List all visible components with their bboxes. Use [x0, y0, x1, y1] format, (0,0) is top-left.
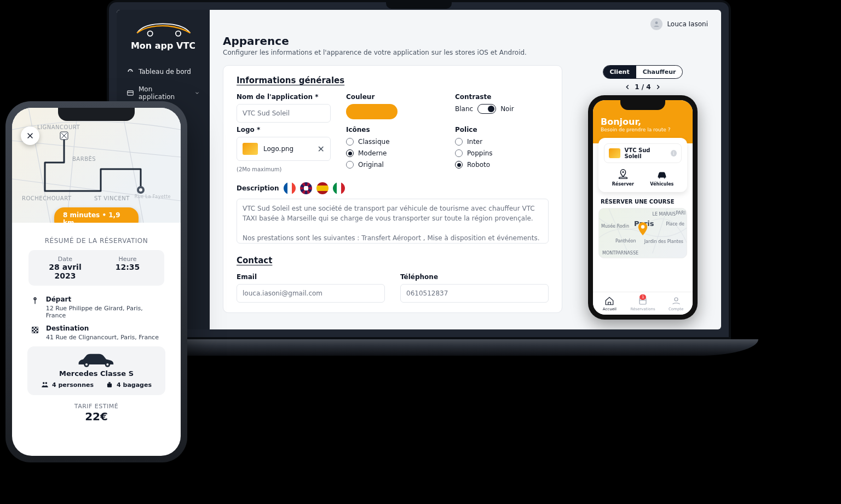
- pager-label: 1 / 4: [635, 83, 650, 91]
- page-title: Apparence: [223, 34, 708, 48]
- label-email: Email: [237, 273, 385, 281]
- color-swatch[interactable]: [346, 104, 398, 119]
- reservation-map[interactable]: LIGNANCOURT BARBÈS ROCHECHOUART ST VINCE…: [12, 108, 181, 223]
- departure-row: Départ 12 Rue Philippe de Girard, Paris,…: [30, 296, 163, 319]
- flag-uk-icon[interactable]: [300, 182, 312, 194]
- contrast-white-label: Blanc: [455, 105, 473, 113]
- sidebar-item-dashboard[interactable]: Tableau de bord: [120, 63, 206, 80]
- preview-phone-notch: [620, 100, 665, 110]
- info-icon[interactable]: i: [671, 150, 677, 157]
- preview-subgreeting: Besoin de prendre la route ?: [601, 127, 685, 132]
- svg-point-6: [641, 225, 644, 228]
- label-icons: Icônes: [346, 126, 440, 134]
- summary-heading: RÉSUMÉ DE LA RÉSERVATION: [23, 237, 170, 245]
- seg-driver[interactable]: Chauffeur: [636, 66, 683, 78]
- radio-font-inter[interactable]: Inter: [455, 138, 549, 146]
- svg-rect-19: [33, 328, 35, 330]
- svg-point-29: [43, 382, 45, 384]
- laptop-notch: [386, 2, 452, 9]
- sidebar-item-label: Mon application: [139, 85, 190, 101]
- input-app-name[interactable]: [237, 104, 331, 123]
- gauge-icon: [126, 68, 134, 76]
- user-name: Louca Iasoni: [667, 20, 708, 28]
- preview-phone: Bonjour, Besoin de prendre la route ? VT…: [588, 95, 698, 320]
- preview-brand-card: VTC Sud Soleil i Réserver: [598, 138, 687, 192]
- destination-flag-icon: [31, 326, 39, 334]
- preview-section-title: RÉSERVER UNE COURSE: [593, 192, 693, 205]
- seg-client[interactable]: Client: [603, 66, 636, 78]
- preview-action-vehicles[interactable]: Véhicules: [650, 169, 673, 187]
- svg-point-30: [45, 382, 48, 384]
- label-description: Description: [237, 184, 279, 192]
- preview-brand-name: VTC Sud Soleil: [625, 147, 666, 159]
- vehicle-name: Mercedes Classe S: [59, 369, 134, 378]
- radio-font-roboto[interactable]: Roboto: [455, 161, 549, 169]
- label-phone: Téléphone: [400, 273, 549, 281]
- car-icon: [656, 169, 668, 181]
- left-phone-mockup: LIGNANCOURT BARBÈS ROCHECHOUART ST VINCE…: [5, 101, 187, 462]
- radio-icons-classique[interactable]: Classique: [346, 138, 440, 146]
- contrast-toggle[interactable]: [477, 104, 496, 114]
- input-phone[interactable]: [400, 284, 549, 303]
- brand-name: Mon app VTC: [131, 40, 195, 51]
- preview-greeting: Bonjour,: [601, 117, 685, 127]
- tarif-heading: TARIF ESTIMÉ: [23, 403, 170, 410]
- svg-point-4: [655, 21, 658, 24]
- origin-pin-icon: [31, 297, 39, 305]
- segmented-control: Client Chauffeur: [603, 65, 683, 79]
- home-icon: [604, 296, 614, 306]
- preview-map[interactable]: Paris Musée Rodin Panthéon Place de Jard…: [598, 208, 687, 258]
- svg-rect-2: [128, 91, 134, 95]
- radio-font-poppins[interactable]: Poppins: [455, 149, 549, 157]
- passengers-icon: [41, 381, 49, 389]
- account-icon: [671, 296, 681, 306]
- label-logo: Logo *: [237, 126, 331, 134]
- car-silhouette-icon: [77, 351, 116, 368]
- flag-fr-icon[interactable]: [284, 182, 296, 194]
- brand-car-icon: [133, 20, 193, 38]
- section-info-title: Informations générales: [237, 76, 549, 85]
- textarea-description[interactable]: VTC Sud Soleil est une société de transp…: [237, 199, 549, 244]
- logo-upload[interactable]: Logo.png ✕: [237, 137, 331, 161]
- preview-tab-reservations[interactable]: 1 Réservations: [626, 292, 660, 315]
- page-subtitle: Configurer les informations et l'apparen…: [223, 49, 708, 56]
- luggage-icon: [106, 381, 113, 389]
- pager: 1 / 4: [624, 83, 661, 91]
- chevron-left-icon[interactable]: [624, 83, 631, 91]
- label-contrast: Contraste: [455, 93, 549, 101]
- svg-rect-18: [35, 327, 37, 329]
- close-button[interactable]: [21, 126, 39, 145]
- preview-tab-account[interactable]: Compte: [659, 292, 693, 315]
- chevron-right-icon[interactable]: [654, 83, 662, 91]
- brand: Mon app VTC: [117, 16, 210, 59]
- radio-icons-moderne[interactable]: Moderne: [346, 149, 440, 157]
- radio-icons-original[interactable]: Original: [346, 161, 440, 169]
- svg-rect-17: [32, 327, 34, 329]
- svg-point-12: [139, 188, 142, 192]
- sidebar-item-label: Tableau de bord: [139, 68, 191, 76]
- flag-it-icon[interactable]: [333, 182, 345, 194]
- laptop-mockup: Mon app VTC Tableau de bord Mon applicat…: [107, 0, 731, 356]
- app-icon: [126, 89, 134, 97]
- logo-remove-button[interactable]: ✕: [318, 144, 325, 154]
- flag-es-icon[interactable]: [316, 182, 329, 194]
- preview-column: Client Chauffeur 1 / 4: [578, 65, 708, 320]
- close-icon: [26, 131, 34, 140]
- svg-rect-31: [107, 384, 112, 387]
- avatar[interactable]: [650, 18, 663, 30]
- settings-card: Informations générales Nom de l'applicat…: [223, 65, 562, 313]
- svg-point-5: [622, 171, 624, 173]
- vehicle-card: Mercedes Classe S 4 personnes 4 bagages: [27, 346, 165, 395]
- svg-rect-15: [34, 300, 35, 304]
- svg-point-26: [85, 363, 88, 366]
- preview-tab-home[interactable]: Accueil: [593, 292, 626, 315]
- logo-filename: Logo.png: [263, 145, 293, 153]
- svg-rect-32: [108, 382, 111, 383]
- preview-action-reserve[interactable]: Réserver: [612, 169, 634, 187]
- preview-brand-logo-icon: [609, 148, 620, 158]
- input-email[interactable]: [237, 284, 385, 303]
- svg-point-1: [176, 31, 181, 36]
- label-font: Police: [455, 126, 549, 134]
- label-color: Couleur: [346, 93, 440, 101]
- main-content: Louca Iasoni Apparence Configurer les in…: [210, 10, 721, 329]
